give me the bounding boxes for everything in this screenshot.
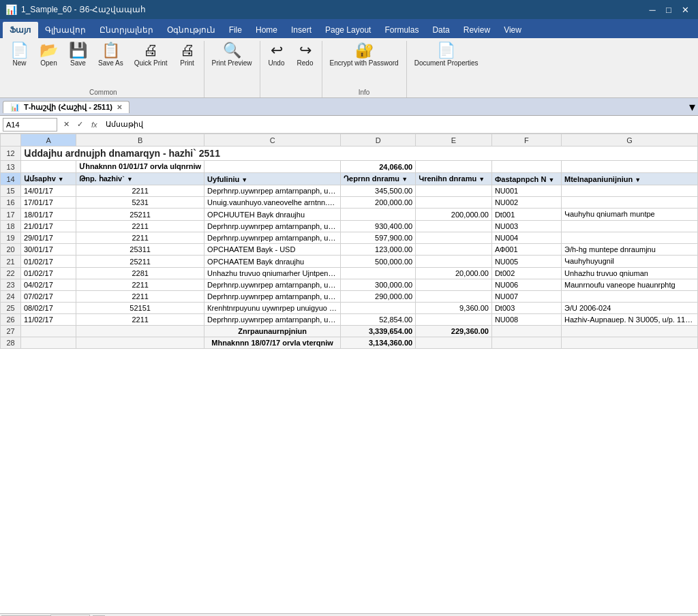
cell-22-C[interactable]: Unhazhu truvuo qniumarher Ujntpen otepe …: [204, 268, 341, 279]
redo-btn[interactable]: ↪Redo: [292, 41, 319, 70]
cell-28-A[interactable]: [21, 337, 76, 349]
header-cell-D[interactable]: Դeprnn dnramu ▼: [341, 173, 416, 185]
cell-16-A[interactable]: 17/01/17: [21, 197, 76, 209]
cell-18-G[interactable]: [561, 221, 697, 232]
row-header-14[interactable]: 14: [1, 173, 21, 185]
row-header-16[interactable]: 16: [1, 197, 21, 209]
cell-25-D[interactable]: [341, 303, 416, 314]
col-header-A[interactable]: A: [21, 134, 76, 147]
spreadsheet-container[interactable]: ABCDEFG12Աddajhu ardnujph dnamarqyn - ha…: [0, 134, 698, 613]
filter-icon-E[interactable]: ▼: [479, 176, 485, 183]
doc-expand-icon[interactable]: ▾: [689, 99, 695, 114]
row-header-13[interactable]: 13: [1, 161, 21, 173]
col-header-G[interactable]: G: [561, 134, 697, 147]
formula-input[interactable]: [103, 121, 695, 129]
cell-15-E[interactable]: [416, 185, 492, 197]
filter-icon-D[interactable]: ▼: [401, 176, 408, 183]
cell-24-G[interactable]: [561, 291, 697, 303]
filter-icon-A[interactable]: ▼: [58, 176, 64, 183]
open-btn[interactable]: 📂Open: [35, 41, 63, 70]
cell-26-D[interactable]: 52,854.00: [341, 314, 416, 326]
cell-15-D[interactable]: 345,500.00: [341, 185, 416, 197]
cell-16-B[interactable]: 5231: [76, 197, 204, 209]
encrypt-btn[interactable]: 🔐Encrypt with Password: [325, 41, 404, 70]
new-btn[interactable]: 📄New: [5, 41, 33, 70]
filter-icon-B[interactable]: ▼: [127, 176, 133, 183]
cell-27-A[interactable]: [21, 326, 76, 337]
cell-25-E[interactable]: 9,360.00: [416, 303, 492, 314]
cell-20-G[interactable]: Э/h-hg muntepe dnraumjnu: [561, 244, 697, 256]
ribbon-tab-formulas[interactable]: Formulas: [378, 22, 425, 38]
cell-24-C[interactable]: Deprhnrp.uywnrpep arntarnpanph, uyrnaupe…: [204, 291, 341, 303]
row-header-12[interactable]: 12: [1, 147, 21, 161]
formula-cancel-button[interactable]: ✕: [60, 119, 72, 131]
cell-28-F[interactable]: [491, 337, 561, 349]
row-header-18[interactable]: 18: [1, 221, 21, 232]
cell-25-C[interactable]: Кrenhtnrpuyunu uywnrpep unuigyuo ЗМ-htri…: [204, 303, 341, 314]
cell-20-E[interactable]: [416, 244, 492, 256]
cell-22-B[interactable]: 2281: [76, 268, 204, 279]
cell-28-E[interactable]: [416, 337, 492, 349]
cell-25-A[interactable]: 08/02/17: [21, 303, 76, 314]
cell-13-D[interactable]: 24,066.00: [341, 161, 416, 173]
row-header-27[interactable]: 27: [1, 326, 21, 337]
cell-17-D[interactable]: [341, 209, 416, 221]
row-header-19[interactable]: 19: [1, 232, 21, 244]
doc-tab-active[interactable]: 📊 Т-հաշվի (Հաշիվ - 2511) ✕: [3, 101, 130, 113]
col-header-D[interactable]: D: [341, 134, 416, 147]
cell-27-E[interactable]: 229,360.00: [416, 326, 492, 337]
cell-23-B[interactable]: 2211: [76, 279, 204, 291]
cell-26-A[interactable]: 11/02/17: [21, 314, 76, 326]
cell-15-A[interactable]: 14/01/17: [21, 185, 76, 197]
cell-16-E[interactable]: [416, 197, 492, 209]
filter-icon-F[interactable]: ▼: [548, 176, 554, 183]
row-header-22[interactable]: 22: [1, 268, 21, 279]
row-header-20[interactable]: 20: [1, 244, 21, 256]
row-header-21[interactable]: 21: [1, 256, 21, 268]
cell-23-F[interactable]: NU006: [491, 279, 561, 291]
header-cell-A[interactable]: Ամsaphv ▼: [21, 173, 76, 185]
cell-15-B[interactable]: 2211: [76, 185, 204, 197]
filter-icon-G[interactable]: ▼: [635, 176, 641, 183]
cell-17-G[interactable]: Կauhyhu qniumarh muntpe: [561, 209, 697, 221]
cell-21-A[interactable]: 01/02/17: [21, 256, 76, 268]
cell-22-D[interactable]: [341, 268, 416, 279]
cell-18-D[interactable]: 930,400.00: [341, 221, 416, 232]
header-cell-B[interactable]: Թnp. հazhiv` ▼: [76, 173, 204, 185]
cell-23-A[interactable]: 04/02/17: [21, 279, 76, 291]
cell-22-F[interactable]: Dt002: [491, 268, 561, 279]
cell-27-D[interactable]: 3,339,654.00: [341, 326, 416, 337]
cell-26-E[interactable]: [416, 314, 492, 326]
cell-19-G[interactable]: [561, 232, 697, 244]
filter-icon-C[interactable]: ▼: [241, 176, 247, 183]
cell-18-A[interactable]: 21/01/17: [21, 221, 76, 232]
cell-26-F[interactable]: NU008: [491, 314, 561, 326]
saveas-btn[interactable]: 📋Save As: [93, 41, 128, 70]
cell-19-E[interactable]: [416, 232, 492, 244]
doc-tab-close-button[interactable]: ✕: [117, 104, 122, 111]
print-btn[interactable]: 🖨Print: [174, 41, 201, 70]
cell-25-F[interactable]: Dt003: [491, 303, 561, 314]
cell-21-G[interactable]: Կauhyhuyugnil: [561, 256, 697, 268]
cell-21-D[interactable]: 500,000.00: [341, 256, 416, 268]
cell-16-C[interactable]: Unuig.vaunhuyo.vaneovelhe arntnn.uyrnaue…: [204, 197, 341, 209]
row-header-23[interactable]: 23: [1, 279, 21, 291]
save-btn[interactable]: 💾Save: [64, 41, 92, 70]
cell-26-B[interactable]: 2211: [76, 314, 204, 326]
cell-17-E[interactable]: 200,000.00: [416, 209, 492, 221]
cell-19-D[interactable]: 597,900.00: [341, 232, 416, 244]
maximize-button[interactable]: □: [661, 2, 676, 17]
header-cell-F[interactable]: Фastapnpch N ▼: [491, 173, 561, 185]
header-cell-E[interactable]: Կrenihn dnramu ▼: [416, 173, 492, 185]
cell-24-B[interactable]: 2211: [76, 291, 204, 303]
cell-13-F[interactable]: [491, 161, 561, 173]
col-header-B[interactable]: B: [76, 134, 204, 147]
cell-18-B[interactable]: 2211: [76, 221, 204, 232]
cell-16-F[interactable]: NU002: [491, 197, 561, 209]
cell-21-B[interactable]: 25211: [76, 256, 204, 268]
row-header-25[interactable]: 25: [1, 303, 21, 314]
ribbon-tab-view[interactable]: View: [497, 22, 528, 38]
cell-23-E[interactable]: [416, 279, 492, 291]
cell-27-G[interactable]: [561, 326, 697, 337]
title-cell[interactable]: Աddajhu ardnujph dnamarqyn - hazhi` 2511: [21, 147, 698, 161]
